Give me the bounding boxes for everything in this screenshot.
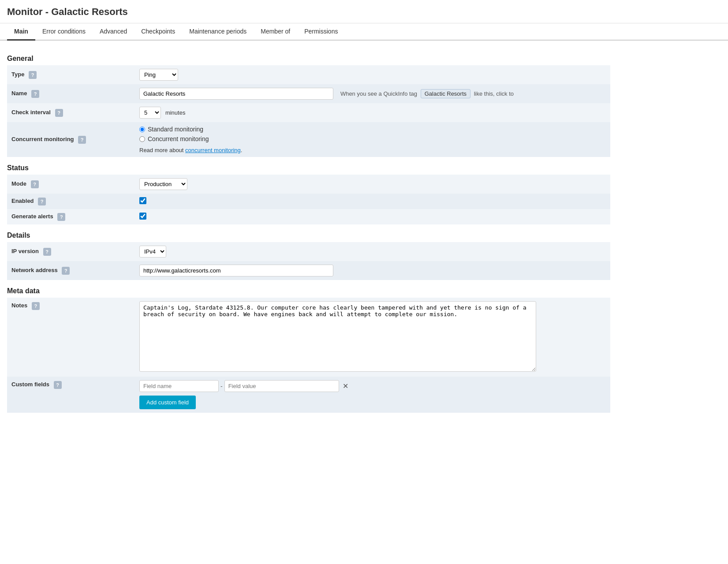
notes-value-cell: Captain's Log, Stardate 43125.8. Our com…	[135, 298, 610, 377]
metadata-table: Notes ? Captain's Log, Stardate 43125.8.…	[7, 298, 610, 413]
tabs-bar: Main Error conditions Advanced Checkpoin…	[0, 23, 728, 41]
enabled-checkbox[interactable]	[139, 197, 146, 204]
generate-alerts-row: Generate alerts ?	[7, 209, 610, 224]
field-name-input[interactable]	[139, 380, 219, 392]
ip-version-row: IP version ? IPv4 IPv6	[7, 242, 610, 261]
custom-fields-inputs: - ✕	[139, 380, 606, 392]
type-help-icon[interactable]: ?	[29, 71, 37, 79]
concurrent-monitoring-value-cell: Standard monitoring Concurrent monitorin…	[135, 122, 610, 157]
details-section-title: Details	[7, 232, 610, 239]
standard-monitoring-radio[interactable]	[139, 127, 145, 132]
check-interval-select[interactable]: 1 2 3 5 10 15 20 30 60	[139, 107, 161, 119]
minutes-label: minutes	[165, 109, 186, 116]
concurrent-monitoring-help-icon[interactable]: ?	[78, 136, 86, 144]
general-section-title: General	[7, 55, 610, 63]
ip-version-value-cell: IPv4 IPv6	[135, 242, 610, 261]
mode-label: Mode ?	[7, 175, 135, 194]
page-title: Monitor - Galactic Resorts	[0, 0, 728, 23]
enabled-value-cell	[135, 194, 610, 209]
field-value-input[interactable]	[224, 380, 339, 392]
concurrent-monitoring-option[interactable]: Concurrent monitoring	[139, 135, 606, 142]
network-address-input[interactable]	[139, 265, 333, 276]
enabled-help-icon[interactable]: ?	[38, 198, 46, 205]
network-address-row: Network address ?	[7, 261, 610, 280]
tab-member-of[interactable]: Member of	[254, 23, 297, 41]
name-input[interactable]	[139, 88, 333, 100]
name-row: Name ? When you see a QuickInfo tag Gala…	[7, 84, 610, 103]
network-address-label: Network address ?	[7, 261, 135, 280]
tab-maintenance-periods[interactable]: Maintenance periods	[182, 23, 254, 41]
generate-alerts-value-cell	[135, 209, 610, 224]
concurrent-monitoring-label: Concurrent monitoring ?	[7, 122, 135, 157]
enabled-row: Enabled ?	[7, 194, 610, 209]
generate-alerts-checkbox[interactable]	[139, 213, 146, 220]
type-select[interactable]: Ping HTTP DNS FTP SMTP TCP Port	[139, 69, 178, 81]
tab-permissions[interactable]: Permissions	[297, 23, 345, 41]
name-value-cell: When you see a QuickInfo tag Galactic Re…	[135, 84, 610, 103]
network-address-help-icon[interactable]: ?	[62, 267, 70, 275]
type-label: Type ?	[7, 65, 135, 84]
network-address-value-cell	[135, 261, 610, 280]
notes-row: Notes ? Captain's Log, Stardate 43125.8.…	[7, 298, 610, 377]
custom-fields-value-cell: - ✕ Add custom field	[135, 377, 610, 413]
tab-advanced[interactable]: Advanced	[93, 23, 134, 41]
concurrent-monitoring-radio-group: Standard monitoring Concurrent monitorin…	[139, 126, 606, 153]
main-content: General Type ? Ping HTTP DNS FTP SMTP TC…	[0, 41, 617, 423]
metadata-section-title: Meta data	[7, 287, 610, 295]
concurrent-monitoring-link[interactable]: concurrent monitoring	[185, 147, 241, 153]
ip-version-label: IP version ?	[7, 242, 135, 261]
status-table: Mode ? Production Maintenance Paused Ena…	[7, 175, 610, 224]
mode-row: Mode ? Production Maintenance Paused	[7, 175, 610, 194]
name-label: Name ?	[7, 84, 135, 103]
mode-select[interactable]: Production Maintenance Paused	[139, 178, 187, 190]
custom-fields-label: Custom fields ?	[7, 377, 135, 413]
ip-version-help-icon[interactable]: ?	[43, 248, 51, 256]
standard-monitoring-option[interactable]: Standard monitoring	[139, 126, 606, 133]
name-help-icon[interactable]: ?	[31, 90, 39, 98]
field-separator: -	[220, 383, 223, 390]
status-section-title: Status	[7, 164, 610, 172]
notes-textarea[interactable]: Captain's Log, Stardate 43125.8. Our com…	[139, 301, 536, 372]
generate-alerts-help-icon[interactable]: ?	[57, 213, 65, 221]
check-interval-help-icon[interactable]: ?	[55, 109, 63, 117]
concurrent-monitoring-read-more: Read more about concurrent monitoring.	[139, 147, 606, 153]
generate-alerts-label: Generate alerts ?	[7, 209, 135, 224]
check-interval-row: Check interval ? 1 2 3 5 10 15 20 30 60 …	[7, 103, 610, 122]
check-interval-label: Check interval ?	[7, 103, 135, 122]
tab-main[interactable]: Main	[7, 23, 35, 41]
custom-fields-row-outer: Custom fields ? - ✕ Add custom field	[7, 377, 610, 413]
concurrent-monitoring-row: Concurrent monitoring ? Standard monitor…	[7, 122, 610, 157]
mode-help-icon[interactable]: ?	[31, 180, 39, 188]
notes-label: Notes ?	[7, 298, 135, 377]
add-custom-field-button[interactable]: Add custom field	[139, 396, 196, 409]
ip-version-select[interactable]: IPv4 IPv6	[139, 246, 166, 258]
details-table: IP version ? IPv4 IPv6 Network address ?	[7, 242, 610, 280]
concurrent-monitoring-radio[interactable]	[139, 136, 145, 142]
remove-custom-field-button[interactable]: ✕	[341, 381, 350, 391]
type-row: Type ? Ping HTTP DNS FTP SMTP TCP Port	[7, 65, 610, 84]
type-value-cell: Ping HTTP DNS FTP SMTP TCP Port	[135, 65, 610, 84]
custom-fields-help-icon[interactable]: ?	[54, 381, 62, 389]
quickinfo-hint: When you see a QuickInfo tag Galactic Re…	[340, 90, 514, 97]
enabled-label: Enabled ?	[7, 194, 135, 209]
tab-checkpoints[interactable]: Checkpoints	[134, 23, 182, 41]
general-table: Type ? Ping HTTP DNS FTP SMTP TCP Port N…	[7, 65, 610, 157]
quickinfo-tag: Galactic Resorts	[421, 89, 470, 98]
check-interval-value-cell: 1 2 3 5 10 15 20 30 60 minutes	[135, 103, 610, 122]
mode-value-cell: Production Maintenance Paused	[135, 175, 610, 194]
tab-error-conditions[interactable]: Error conditions	[35, 23, 93, 41]
notes-help-icon[interactable]: ?	[32, 302, 40, 310]
